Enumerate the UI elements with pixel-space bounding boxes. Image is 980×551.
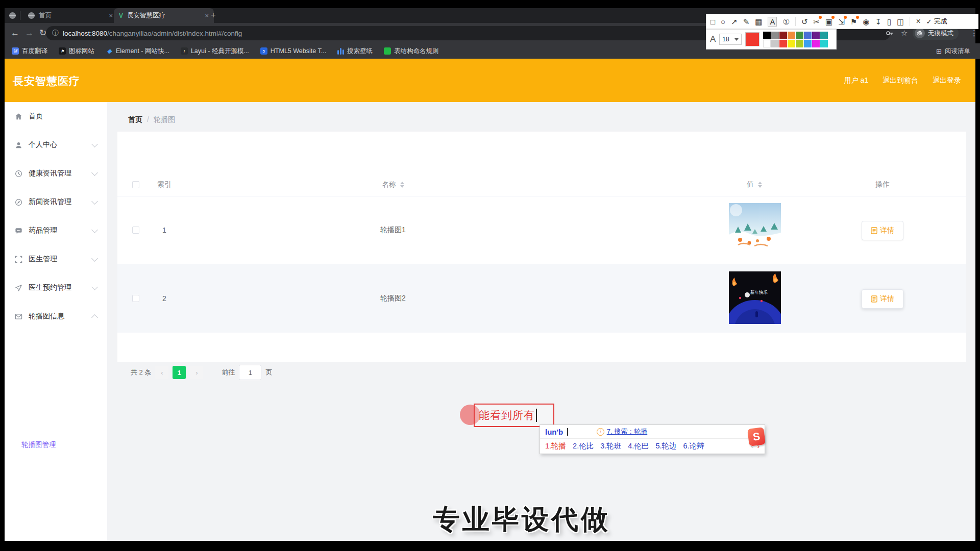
pin-capture-icon[interactable]: ⚑ (850, 18, 857, 26)
bookmark-item[interactable]: lLayui - 经典开源模... (181, 47, 249, 56)
sidebar-item-label: 个人中心 (29, 140, 57, 149)
current-color-swatch[interactable] (745, 32, 760, 46)
bookmark-item[interactable]: 搜索壁纸 (337, 47, 373, 56)
palette-color[interactable] (763, 32, 771, 39)
column-action: 操作 (842, 173, 923, 196)
capture-cancel-icon[interactable]: × (916, 17, 920, 26)
palette-color[interactable] (796, 32, 803, 39)
sidebar-item-health-news[interactable]: 健康资讯管理 (5, 159, 107, 188)
palette-color[interactable] (779, 32, 787, 39)
row-name: 轮播图2 (352, 264, 434, 333)
palette-color[interactable] (812, 32, 820, 39)
forward-icon[interactable]: → (25, 23, 34, 43)
palette-color[interactable] (763, 40, 771, 47)
row-checkbox[interactable] (132, 227, 139, 234)
sort-carets-icon[interactable] (400, 182, 404, 188)
mosaic-tool-icon[interactable]: ▦ (755, 18, 762, 26)
palette-color[interactable] (771, 40, 779, 47)
sort-carets-icon[interactable] (758, 182, 762, 188)
ime-candidate[interactable]: 3.轮班 (600, 441, 621, 451)
tab-title: 長安智慧医疗 (127, 11, 201, 20)
font-size-dropdown[interactable]: 18 (719, 34, 742, 45)
sidebar-item-appointment[interactable]: 医生预约管理 (5, 273, 107, 302)
ime-search-link[interactable]: 7. 搜索：轮播 (607, 427, 647, 436)
detail-button[interactable]: 详情 (862, 221, 903, 240)
detail-button[interactable]: 详情 (862, 289, 903, 309)
back-icon[interactable]: ← (11, 23, 19, 43)
goto-label: 前往 (222, 368, 235, 377)
font-size-value: 18 (722, 36, 729, 43)
ime-candidate[interactable]: 4.伦巴 (628, 441, 649, 451)
bookmark-item[interactable]: ◆Element - 网站快... (106, 47, 169, 56)
sidebar-subitem-carousel-manage[interactable]: 轮播图管理 (5, 433, 107, 457)
row-checkbox[interactable] (132, 295, 139, 302)
record-icon[interactable]: ◉ (863, 18, 869, 26)
undo-icon[interactable]: ↺ (801, 18, 808, 26)
step-number-tool-icon[interactable]: ① (782, 18, 789, 26)
tab-home[interactable]: 首页 × (23, 8, 118, 23)
region-capture-icon[interactable]: ✂ (814, 18, 820, 26)
bookmark-item[interactable]: 5HTML5 Website T... (260, 47, 326, 55)
header-to-front[interactable]: 退出到前台 (883, 76, 918, 85)
current-page-button[interactable]: 1 (173, 366, 186, 379)
select-all-checkbox[interactable] (132, 181, 139, 188)
tab-close-icon[interactable]: × (109, 12, 113, 19)
text-tool-icon[interactable]: A (768, 17, 777, 27)
palette-color[interactable] (812, 40, 820, 47)
palette-color[interactable] (820, 40, 828, 47)
new-tab-button[interactable]: + (211, 10, 216, 20)
copy-capture-icon[interactable]: ▣ (825, 18, 832, 26)
palette-color[interactable] (788, 40, 795, 47)
bookmark-item[interactable]: 译百度翻译 (12, 47, 47, 56)
palette-color[interactable] (820, 32, 828, 39)
header-user[interactable]: 用户 a1 (844, 76, 868, 85)
next-page-button[interactable]: › (190, 366, 203, 379)
breadcrumb-home[interactable]: 首页 (128, 115, 142, 124)
sidebar-item-news[interactable]: 新闻资讯管理 (5, 188, 107, 216)
prev-page-button[interactable]: ‹ (155, 366, 168, 379)
goto-page-input[interactable] (239, 365, 261, 380)
sidebar-item-carousel[interactable]: 轮播图信息 (5, 302, 107, 331)
detail-doc-icon (871, 295, 877, 303)
download-icon[interactable]: ↧ (875, 18, 881, 26)
ime-candidate[interactable]: 5.轮边 (655, 441, 676, 451)
bookmark-item[interactable]: ⚑图标网站 (59, 47, 94, 56)
capture-text-options: A 18 (706, 29, 837, 49)
chevron-down-icon (91, 198, 98, 205)
sidebar-item-profile[interactable]: 个人中心 (5, 131, 107, 159)
capture-done-label: 完成 (934, 17, 947, 26)
sidebar-item-label: 医生预约管理 (29, 283, 71, 292)
password-key-icon[interactable] (886, 29, 894, 39)
arrow-tool-icon[interactable]: ↗ (731, 18, 738, 26)
ime-candidate[interactable]: 2.伦比 (573, 441, 594, 451)
top-black-bar (0, 0, 980, 8)
pen-tool-icon[interactable]: ✎ (743, 18, 750, 26)
toolbar-divider (795, 17, 796, 26)
palette-color[interactable] (771, 32, 779, 39)
annotation-text-box[interactable]: 能看到所有 (474, 404, 554, 427)
bookmark-item[interactable]: 表结构命名规则 (384, 47, 439, 56)
tab-changan[interactable]: V 長安智慧医疗 × (114, 8, 214, 23)
ime-candidate[interactable]: 6.论辩 (683, 441, 704, 451)
palette-color[interactable] (788, 32, 795, 39)
send-to-phone-icon[interactable]: ▯ (887, 18, 891, 26)
palette-color[interactable] (804, 32, 812, 39)
header-logout[interactable]: 退出登录 (933, 76, 961, 85)
tab-close-icon[interactable]: × (205, 12, 209, 19)
palette-color[interactable] (779, 40, 787, 47)
sidebar-item-medicine[interactable]: 药品管理 (5, 216, 107, 245)
capture-done-button[interactable]: ✓ 完成 (926, 17, 947, 26)
reading-list-button[interactable]: ⊞阅读清单 (936, 47, 970, 56)
sidebar-item-home[interactable]: 首页 (5, 102, 107, 131)
ellipse-tool-icon[interactable]: ○ (721, 18, 725, 26)
palette-color[interactable] (796, 40, 803, 47)
palette-color[interactable] (804, 40, 812, 47)
bookmark-tool-icon[interactable]: ◫ (897, 18, 904, 26)
ime-candidate[interactable]: 1.轮播 (545, 441, 566, 451)
sidebar-item-doctor[interactable]: 医生管理 (5, 245, 107, 273)
table-row: 2 轮播图2 新年快乐 详情 (117, 264, 966, 333)
url-text: localhost:8080/changanyiliao/admin/dist/… (63, 30, 242, 37)
resize-capture-icon[interactable]: ⇲ (838, 18, 845, 26)
site-info-icon[interactable]: ⓘ (52, 29, 59, 38)
rect-tool-icon[interactable]: □ (710, 18, 715, 26)
